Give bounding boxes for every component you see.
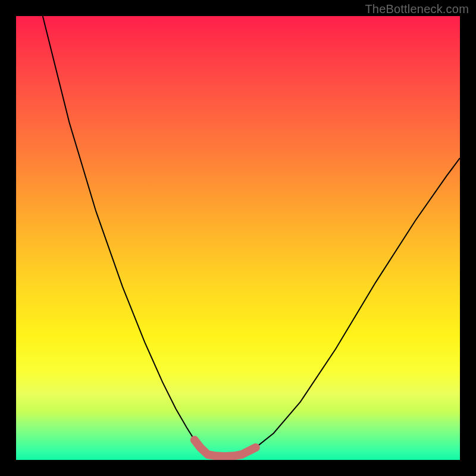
watermark-text: TheBottleneck.com (365, 2, 469, 16)
outer-frame: TheBottleneck.com (0, 0, 476, 476)
highlight-overlay (16, 16, 460, 460)
plot-area (16, 16, 460, 460)
bottom-marker (195, 440, 256, 456)
